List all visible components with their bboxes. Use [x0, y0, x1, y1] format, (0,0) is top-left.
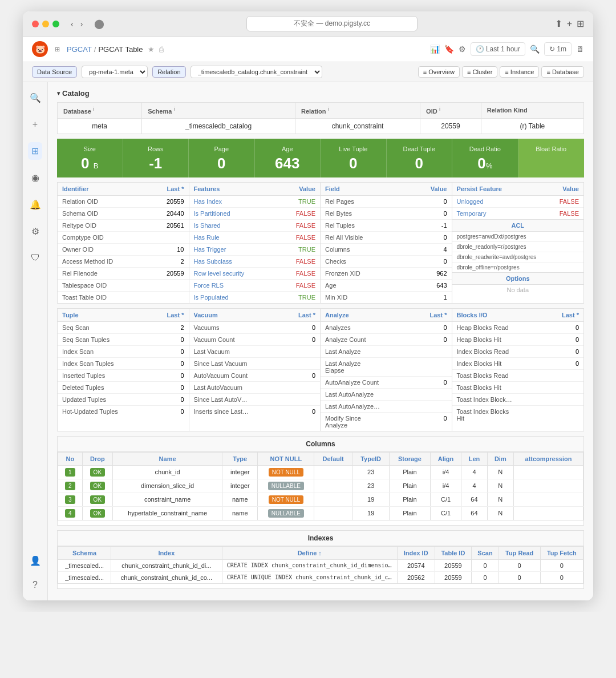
col-name: Name [113, 452, 222, 465]
tab-relation[interactable]: Relation [152, 66, 185, 78]
maximize-button[interactable] [52, 21, 59, 27]
acl-entry-4: dbrole_offline=r/postgres [452, 263, 584, 273]
col-type: Type [222, 452, 258, 465]
bookmark-icon[interactable]: 🔖 [444, 45, 454, 54]
idx-col-tupfetch: Tup Fetch [540, 546, 583, 559]
indexes-section: Indexes Schema Index Define ↑ Index ID T… [57, 530, 584, 589]
close-button[interactable] [32, 21, 39, 27]
idx-col-indexid: Index ID [397, 546, 435, 559]
id-row-2: Schema OID20440 [58, 208, 189, 220]
display-icon[interactable]: 🖥 [576, 45, 584, 54]
options-value: No data [452, 285, 584, 295]
acl-entry-2: dbrole_readonly=r/postgres [452, 242, 584, 252]
window: ‹ › ⬤ 不安全 — demo.pigsty.cc ⬆ + ⊞ 🐷 ⊞ PGC… [23, 11, 593, 600]
metric-page: Page 0 [189, 139, 255, 177]
metric-size: Size 0 B [57, 139, 123, 177]
acl-entry-3: dbrole_readwrite=awd/postgres [452, 252, 584, 263]
datasource-select[interactable]: pg-meta-1.meta [82, 66, 148, 78]
indexes-title: Indexes [58, 531, 583, 546]
toolbar: Data Source pg-meta-1.meta Relation _tim… [23, 62, 593, 82]
vac-row-7: Since Last AutoVacuu... [189, 394, 321, 406]
sidebar-bell[interactable]: 🔔 [26, 196, 44, 213]
sidebar-shield[interactable]: 🛡 [27, 249, 43, 267]
grid-icon[interactable]: ⊞ [577, 18, 584, 29]
sidebar-help[interactable]: ? [29, 576, 41, 594]
catalog-table: Database i Schema i Relation i OID i Rel… [57, 102, 584, 134]
sidebar-compass[interactable]: ◉ [28, 169, 43, 187]
catalog-title: Catalog [57, 89, 584, 98]
ana-row-4: Last Analyze Elapse [321, 358, 452, 377]
col-dim: Dim [487, 452, 514, 465]
feat-row-5: Has TriggerTRUE [189, 244, 321, 256]
schema-value: _timescaledb_catalog [142, 118, 295, 134]
table-row: 2 OK dimension_slice_id integer NULLABLE… [58, 479, 583, 493]
share-icon[interactable]: ⎙ [159, 45, 164, 54]
sidebar-grid[interactable]: ⊞ [28, 142, 42, 160]
back-button[interactable]: ‹ [68, 18, 76, 30]
idx-col-scan: Scan [472, 546, 499, 559]
bio-row-6: Toast Blocks Hit [452, 382, 584, 394]
columns-table: No Drop Name Type NOT NULL Default TypeI… [58, 452, 583, 520]
chart-icon[interactable]: 📊 [430, 45, 440, 54]
new-tab-icon[interactable]: + [567, 19, 572, 29]
id-row-1: Relation OID20559 [58, 196, 189, 208]
bio-row-4: Index Blocks Hit0 [452, 358, 584, 370]
view-cluster[interactable]: ≡ Cluster [462, 66, 497, 78]
tab-data-source[interactable]: Data Source [32, 66, 77, 78]
idx-col-tableid: Table ID [435, 546, 472, 559]
tuple-row-8: Hot-Updated Tuples0 [58, 406, 189, 417]
metric-age: Age 643 [255, 139, 321, 177]
bio-row-3: Index Blocks Read0 [452, 346, 584, 358]
url-bar[interactable]: 不安全 — demo.pigsty.cc [246, 16, 418, 31]
view-buttons: ≡ Overview ≡ Cluster ≡ Instance ≡ Databa… [418, 66, 584, 78]
indexes-table: Schema Index Define ↑ Index ID Table ID … [58, 546, 583, 584]
identifier-last-col: Last * [123, 183, 189, 195]
acl-title: ACL [452, 220, 584, 232]
sidebar-add[interactable]: + [29, 116, 41, 133]
id-row-9: Toast Table OID [58, 292, 189, 303]
sidebar-settings[interactable]: ⚙ [28, 223, 43, 240]
feat-row-2: Is PartitionedFALSE [189, 208, 321, 220]
sidebar-user[interactable]: 👤 [26, 552, 44, 570]
ana-row-8: Modify Since Analyze0 [321, 413, 452, 431]
feat-row-9: Is PopulatedTRUE [189, 292, 321, 303]
share-icon[interactable]: ⬆ [555, 18, 562, 29]
star-icon[interactable]: ★ [148, 45, 155, 54]
tuple-row-1: Seq Scan2 [58, 322, 189, 334]
table-row: _timescaled... chunk_constraint_chunk_id… [58, 559, 583, 571]
breadcrumb-sep: / [94, 45, 96, 54]
bio-row-1: Heap Blocks Read0 [452, 322, 584, 334]
settings-icon[interactable]: ⚙ [459, 45, 466, 54]
idx-col-tupread: Tup Read [499, 546, 540, 559]
forward-button[interactable]: › [78, 18, 86, 30]
metric-rows: Rows -1 [123, 139, 189, 177]
relation-select[interactable]: _timescaledb_catalog.chunk_constraint [191, 66, 322, 78]
refresh-button[interactable]: ↻ 1m [544, 42, 572, 56]
app-logo: 🐷 [32, 41, 48, 57]
view-overview[interactable]: ≡ Overview [418, 66, 460, 78]
identifier-header: Identifier Last * [58, 183, 189, 196]
table-row: 4 OK hypertable_constraint_name name NUL… [58, 506, 583, 520]
layout: 🔍 + ⊞ ◉ 🔔 ⚙ 🛡 👤 ? Catalog Databas [23, 82, 593, 600]
sidebar-search[interactable]: 🔍 [26, 89, 44, 107]
field-row-8: Age643 [321, 280, 452, 292]
fields-section: Field Value Rel Pages0 Rel Bytes0 Rel Tu… [321, 183, 452, 303]
blocks-header: Blocks I/O Last * [452, 309, 584, 322]
view-database[interactable]: ≡ Database [541, 66, 584, 78]
search-icon[interactable]: 🔍 [530, 45, 540, 54]
field-row-2: Rel Bytes0 [321, 208, 452, 220]
breadcrumb-pgcat[interactable]: PGCAT [67, 45, 92, 54]
titlebar: ‹ › ⬤ 不安全 — demo.pigsty.cc ⬆ + ⊞ [23, 11, 593, 37]
col-relation: Relation i [295, 103, 420, 119]
metric-bloat-ratio: Bloat Ratio [518, 139, 585, 177]
vac-row-3: Last Vacuum [189, 346, 321, 358]
id-row-7: Rel Filenode20559 [58, 268, 189, 280]
identifiers-section: Identifier Last * Relation OID20559 Sche… [58, 183, 189, 303]
traffic-lights [32, 21, 59, 27]
view-instance[interactable]: ≡ Instance [500, 66, 539, 78]
columns-section: Columns No Drop Name Type NOT NULL Defau… [57, 436, 584, 526]
last-hour-button[interactable]: 🕐 Last 1 hour [471, 42, 525, 56]
col-att: attcompression [514, 452, 583, 465]
minimize-button[interactable] [42, 21, 49, 27]
ana-row-5: AutoAnalyze Count0 [321, 377, 452, 389]
